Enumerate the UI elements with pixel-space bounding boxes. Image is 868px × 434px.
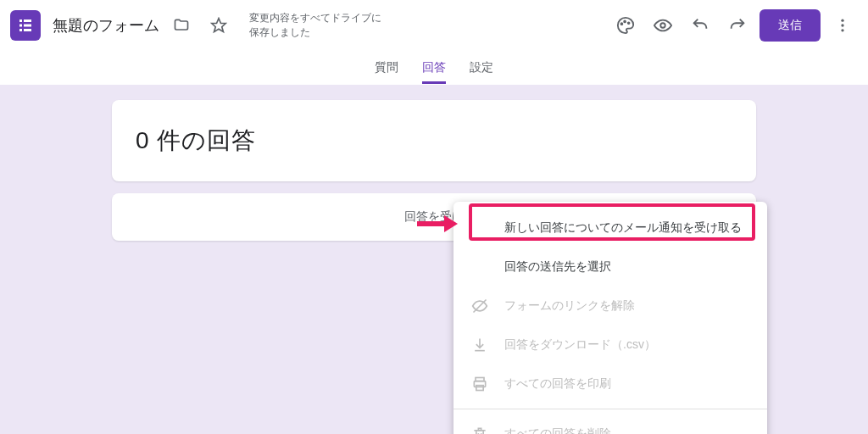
canvas: 0 件の回答 回答を受け 新しい回答についてのメール通知を受け取る 回答の送信先… [0,85,868,434]
svg-point-12 [841,24,843,26]
svg-point-11 [841,19,843,22]
svg-rect-0 [19,19,22,22]
menu-item-label: 回答の送信先を選択 [504,259,611,275]
form-title[interactable]: 無題のフォーム [53,15,159,36]
more-icon[interactable] [827,10,858,41]
svg-marker-6 [212,19,226,32]
svg-rect-4 [19,29,22,31]
menu-unlink-form: フォームのリンクを解除 [453,287,767,326]
menu-divider [453,409,767,409]
tab-settings[interactable]: 設定 [470,60,493,84]
svg-rect-2 [19,25,22,27]
download-icon [470,337,489,353]
send-button[interactable]: 送信 [760,9,821,42]
svg-rect-1 [24,19,31,22]
responses-menu: 新しい回答についてのメール通知を受け取る 回答の送信先を選択 フォームのリンクを… [453,202,767,434]
save-status: 変更内容をすべてドライブに保存しました [249,11,385,40]
svg-rect-5 [24,29,31,31]
print-icon [470,376,489,392]
svg-point-13 [841,29,843,31]
menu-item-label: すべての回答を削除 [504,426,611,434]
svg-point-10 [660,23,665,28]
menu-download-csv: 回答をダウンロード（.csv） [453,326,767,364]
palette-icon[interactable] [610,10,641,41]
preview-icon[interactable] [648,10,678,41]
app-header: 無題のフォーム 変更内容をすべてドライブに保存しました 送信 [0,0,868,51]
menu-delete-all: すべての回答を削除 [453,415,767,434]
response-count: 0 件の回答 [136,125,256,157]
unlink-icon [470,298,489,314]
menu-item-label: 新しい回答についてのメール通知を受け取る [504,220,742,236]
menu-email-notifications[interactable]: 新しい回答についてのメール通知を受け取る [453,209,767,248]
trash-icon [470,426,489,434]
svg-point-8 [624,21,626,23]
folder-icon[interactable] [166,10,197,41]
undo-icon[interactable] [685,10,715,41]
menu-item-label: フォームのリンクを解除 [504,298,635,314]
tab-questions[interactable]: 質問 [375,60,398,84]
svg-rect-3 [24,25,31,27]
tab-responses[interactable]: 回答 [422,60,446,84]
redo-icon[interactable] [722,10,753,41]
svg-point-9 [628,22,630,24]
menu-select-destination[interactable]: 回答の送信先を選択 [453,248,767,287]
menu-item-label: すべての回答を印刷 [504,376,611,392]
star-icon[interactable] [203,10,234,41]
menu-item-label: 回答をダウンロード（.csv） [504,337,656,353]
svg-point-7 [621,23,623,25]
menu-print-all: すべての回答を印刷 [453,364,767,403]
forms-logo[interactable] [10,10,41,41]
tabs-bar: 質問 回答 設定 [0,51,868,85]
responses-summary-card: 0 件の回答 [112,100,756,181]
